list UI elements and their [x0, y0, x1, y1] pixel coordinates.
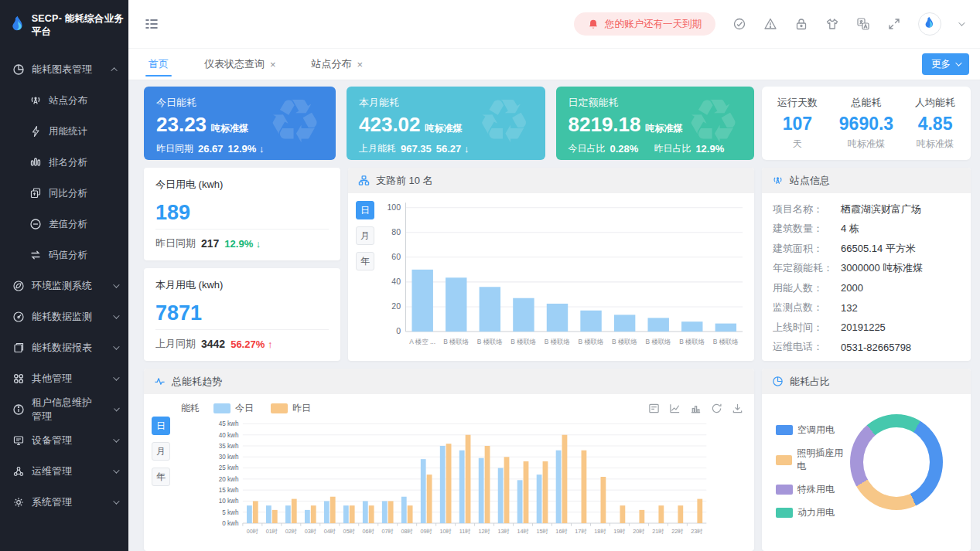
download-icon[interactable]: [732, 403, 743, 414]
sidebar-item-system-mgmt[interactable]: 系统管理: [0, 487, 128, 518]
sidebar-item-label: 设备管理: [32, 434, 72, 447]
more-button[interactable]: 更多: [922, 53, 969, 75]
svg-text:B 楼联络: B 楼联络: [477, 338, 503, 345]
toggle-day[interactable]: 日: [152, 417, 170, 435]
brand-logo[interactable]: SECP- 能耗综合业务平台: [0, 0, 128, 51]
close-icon[interactable]: ×: [357, 59, 364, 70]
sidebar-item-label: 环境监测系统: [32, 279, 92, 293]
sidebar-item-other-mgmt[interactable]: 其他管理: [0, 363, 128, 394]
sidebar-item-tenant-mgmt[interactable]: 租户信息维护管理: [0, 394, 128, 425]
sidebar-item-ranking[interactable]: 排名分析: [0, 147, 128, 178]
sidebar-item-device-mgmt[interactable]: 设备管理: [0, 425, 128, 456]
legend-lighting[interactable]: 照明插座用电: [776, 447, 850, 473]
fullscreen-icon[interactable]: [887, 17, 901, 31]
tab-meter-status[interactable]: 仪表状态查询 ×: [200, 48, 281, 80]
refresh-icon[interactable]: [711, 403, 722, 414]
palette-icon[interactable]: [732, 17, 746, 31]
kpi-sub-label: 昨日同期: [156, 142, 193, 155]
collapse-menu-icon[interactable]: [144, 16, 159, 32]
sidebar-item-label: 租户信息维护管理: [32, 396, 100, 423]
sidebar-item-energy-charts[interactable]: 能耗图表管理: [0, 54, 128, 85]
tab-label: 首页: [149, 57, 169, 71]
svg-text:04时: 04时: [324, 528, 336, 535]
panel-title: 支路前 10 名: [376, 174, 433, 188]
site-info-panel: 站点信息 项目名称：栖霞湖滨财富广场 建筑数量：4 栋 建筑面积：66505.1…: [762, 168, 971, 361]
tab-home[interactable]: 首页: [144, 48, 173, 80]
chevron-down-icon: [113, 281, 119, 287]
site-value: 2000: [841, 282, 863, 294]
line-chart-icon[interactable]: [669, 403, 681, 414]
chevron-down-icon: [114, 406, 120, 412]
bell-icon: [588, 19, 599, 30]
lock-icon[interactable]: [794, 17, 808, 31]
compare-pct: 12.9%: [224, 238, 253, 250]
legend-special[interactable]: 特殊用电: [776, 483, 850, 496]
legend-label: 今日: [235, 402, 254, 415]
sidebar-item-energy-monitor[interactable]: 能耗数据监测: [0, 301, 128, 332]
avatar-flame-icon[interactable]: [918, 12, 941, 36]
toggle-month[interactable]: 月: [152, 442, 170, 461]
sidebar-item-yoy-analysis[interactable]: 同比分析: [0, 178, 128, 209]
compare-label: 昨日同期: [155, 236, 196, 250]
svg-text:20时: 20时: [633, 528, 644, 535]
leaf-icon: [12, 280, 25, 292]
chevron-down-icon: [113, 343, 119, 349]
brand-title: SECP- 能耗综合业务平台: [32, 12, 128, 39]
topbar: 您的账户还有一天到期: [128, 0, 980, 48]
legend-power[interactable]: 动力用电: [776, 506, 850, 519]
minus-circle-icon: [29, 218, 42, 230]
data-view-icon[interactable]: [648, 403, 660, 414]
site-info-row: 监测点数：132: [773, 298, 960, 318]
info-icon: [12, 403, 25, 416]
flame-logo-icon: [10, 14, 26, 37]
tab-site-distribution[interactable]: 站点分布 ×: [307, 48, 368, 80]
svg-text:09时: 09时: [421, 528, 432, 535]
ranking-bars-icon: [29, 156, 42, 168]
svg-text:B 楼联络: B 楼联络: [713, 338, 739, 345]
bar-chart-icon[interactable]: [690, 403, 702, 414]
legend-label: 特殊用电: [797, 483, 835, 496]
account-expiry-notice[interactable]: 您的账户还有一天到期: [574, 12, 715, 36]
sidebar-item-env-monitor[interactable]: 环境监测系统: [0, 270, 128, 301]
legend-label: 空调用电: [797, 423, 835, 437]
sidebar-item-energy-stats[interactable]: 用能统计: [0, 116, 128, 147]
close-icon[interactable]: ×: [270, 59, 276, 70]
sidebar-item-ops-mgmt[interactable]: 运维管理: [0, 456, 128, 487]
legend-today[interactable]: 今日: [213, 402, 254, 415]
sidebar-item-diff-analysis[interactable]: 差值分析: [0, 209, 128, 240]
arrow-down-icon: ↓: [259, 143, 265, 155]
svg-text:21时: 21时: [652, 528, 664, 535]
chevron-down-icon: [955, 60, 961, 66]
stat-run-days: 运行天数 107 天: [777, 96, 818, 151]
tabbar: 首页 仪表状态查询 × 站点分布 × 更多: [128, 48, 980, 80]
svg-text:60: 60: [391, 252, 401, 261]
svg-text:07时: 07时: [382, 528, 394, 535]
stat-label: 运行天数: [777, 96, 818, 110]
sidebar-item-code-analysis[interactable]: 码值分析: [0, 240, 128, 270]
legend-hvac[interactable]: 空调用电: [776, 423, 850, 437]
sidebar-item-label: 用能统计: [49, 125, 87, 138]
toggle-month[interactable]: 月: [356, 226, 374, 245]
antenna-icon: [29, 94, 42, 107]
shirt-icon[interactable]: [825, 17, 839, 31]
tab-label: 仪表状态查询: [204, 57, 265, 71]
panel-title: 能耗占比: [790, 375, 830, 389]
sidebar-item-energy-report[interactable]: 能耗数据报表: [0, 332, 128, 363]
user-menu-chevron-icon[interactable]: [958, 19, 965, 26]
warning-icon[interactable]: [763, 17, 777, 31]
site-label: 用能人数：: [773, 281, 841, 295]
card-title: 本月用电 (kwh): [155, 278, 329, 292]
svg-text:B 楼联络: B 楼联络: [578, 338, 603, 345]
lightning-icon: [29, 125, 42, 138]
swap-arrows-icon: [29, 249, 42, 261]
sidebar-item-site-distribution[interactable]: 站点分布: [0, 85, 128, 116]
svg-text:30 kwh: 30 kwh: [219, 454, 239, 461]
kpi-value: 23.23: [156, 113, 207, 136]
toggle-year[interactable]: 年: [356, 252, 374, 270]
translate-icon[interactable]: [856, 17, 870, 31]
legend-yesterday[interactable]: 昨日: [271, 402, 311, 415]
toggle-day[interactable]: 日: [356, 201, 374, 219]
chevron-up-icon: [111, 67, 117, 73]
notice-text: 您的账户还有一天到期: [605, 18, 702, 31]
toggle-year[interactable]: 年: [152, 468, 170, 486]
